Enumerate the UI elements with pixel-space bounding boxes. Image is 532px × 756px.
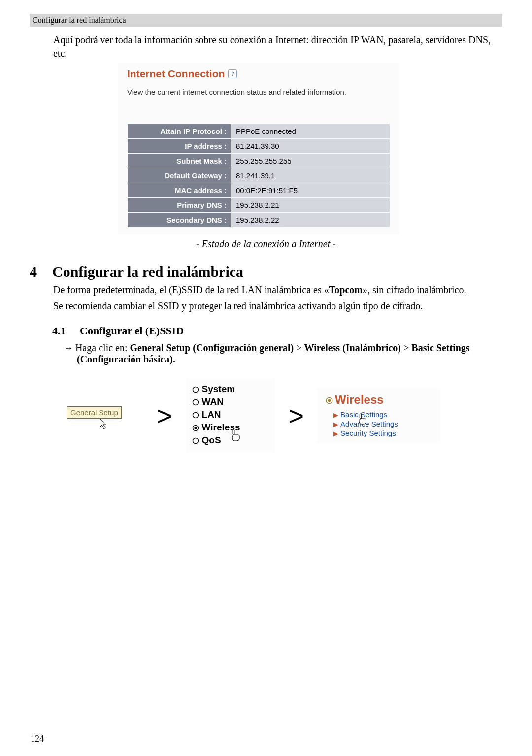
radio-unchecked-icon <box>192 436 199 447</box>
table-row: Subnet Mask :255.255.255.255 <box>128 154 390 168</box>
row-label: MAC address : <box>128 183 231 198</box>
radio-unchecked-icon <box>192 410 199 421</box>
triangle-icon: ▶ <box>333 421 338 428</box>
submenu-item-advance[interactable]: ▶Advance Settings <box>333 420 436 428</box>
breadcrumb: Configurar la red inalámbrica <box>30 14 502 27</box>
internet-connection-panel: Internet Connection ? View the current i… <box>118 63 399 234</box>
svg-point-11 <box>328 399 331 402</box>
section-4-heading: 4Configurar la red inalámbrica <box>30 263 502 280</box>
row-value: 255.255.255.255 <box>231 154 390 168</box>
row-value: 00:0E:2E:91:51:F5 <box>231 183 390 198</box>
row-label: IP address : <box>128 139 231 154</box>
wireless-submenu-title: Wireless <box>326 393 436 407</box>
cursor-arrow-icon <box>100 418 109 433</box>
chevron-right-icon: > <box>157 402 172 429</box>
navigation-flow: General Setup > System WAN LAN Wireless <box>54 379 502 453</box>
panel-title: Internet Connection <box>127 68 225 80</box>
radio-unchecked-icon <box>192 385 199 395</box>
connection-table: Attain IP Protocol :PPPoE connectedIP ad… <box>127 124 390 228</box>
row-value: PPPoE connected <box>231 124 390 139</box>
svg-point-9 <box>193 438 198 444</box>
triangle-icon: ▶ <box>333 411 338 419</box>
table-row: Secondary DNS :195.238.2.22 <box>128 213 390 228</box>
row-value: 81.241.39.1 <box>231 168 390 183</box>
table-row: Default Gateway :81.241.39.1 <box>128 168 390 183</box>
intro-paragraph: Aquí podrá ver toda la información sobre… <box>53 33 502 60</box>
wireless-submenu-block: Wireless ▶Basic Settings ▶Advance Settin… <box>318 388 441 443</box>
general-setup-screenshot: General Setup <box>54 394 143 438</box>
help-icon[interactable]: ? <box>228 69 237 81</box>
chevron-right-icon: > <box>289 402 304 429</box>
subsection-number: 4.1 <box>52 325 80 337</box>
svg-point-3 <box>193 387 198 393</box>
menu-item-wireless[interactable]: Wireless <box>192 422 269 434</box>
table-row: MAC address :00:0E:2E:91:51:F5 <box>128 183 390 198</box>
section4-paragraph-1: De forma predeterminada, el (E)SSID de l… <box>53 283 502 296</box>
triangle-icon: ▶ <box>333 430 338 437</box>
svg-text:?: ? <box>231 70 234 77</box>
svg-point-4 <box>193 400 198 405</box>
general-setup-tab[interactable]: General Setup <box>67 406 122 419</box>
panel-description: View the current internet connection sta… <box>127 88 390 96</box>
row-value: 195.238.2.21 <box>231 198 390 213</box>
section4-paragraph-2: Se recomienda cambiar el SSID y proteger… <box>53 299 502 313</box>
submenu-item-security[interactable]: ▶Security Settings <box>333 429 436 437</box>
panel-caption: - Estado de la conexión a Internet - <box>30 238 502 250</box>
table-row: Primary DNS :195.238.2.21 <box>128 198 390 213</box>
radio-checked-icon <box>326 394 333 407</box>
row-label: Secondary DNS : <box>128 213 231 228</box>
row-label: Default Gateway : <box>128 168 231 183</box>
svg-rect-12 <box>360 414 361 419</box>
menu-item-system[interactable]: System <box>192 384 269 395</box>
section-title: Configurar la red inalámbrica <box>52 263 243 280</box>
wireless-submenu-list: ▶Basic Settings ▶Advance Settings ▶Secur… <box>333 410 436 437</box>
radio-checked-icon <box>192 423 199 434</box>
subsection-title: Configurar el (E)SSID <box>80 325 184 337</box>
main-menu-block: System WAN LAN Wireless QoS <box>186 379 275 453</box>
hand-cursor-icon <box>357 413 367 427</box>
svg-rect-8 <box>233 429 234 435</box>
section-number: 4 <box>30 263 52 280</box>
row-label: Attain IP Protocol : <box>128 124 231 139</box>
subsection-41-heading: 4.1Configurar el (E)SSID <box>52 325 502 337</box>
svg-marker-2 <box>100 419 106 429</box>
row-label: Subnet Mask : <box>128 154 231 168</box>
row-value: 195.238.2.22 <box>231 213 390 228</box>
table-row: IP address :81.241.39.30 <box>128 139 390 154</box>
row-value: 81.241.39.30 <box>231 139 390 154</box>
hand-cursor-icon <box>230 429 240 444</box>
submenu-item-basic[interactable]: ▶Basic Settings <box>333 410 436 419</box>
row-label: Primary DNS : <box>128 198 231 213</box>
svg-point-7 <box>194 427 197 429</box>
svg-point-5 <box>193 413 198 418</box>
instruction-bullet: → Haga clic en: General Setup (Configura… <box>64 342 502 365</box>
arrow-icon: → <box>64 343 75 353</box>
radio-unchecked-icon <box>192 397 199 408</box>
table-row: Attain IP Protocol :PPPoE connected <box>128 124 390 139</box>
menu-item-wan[interactable]: WAN <box>192 396 269 408</box>
menu-item-lan[interactable]: LAN <box>192 409 269 421</box>
